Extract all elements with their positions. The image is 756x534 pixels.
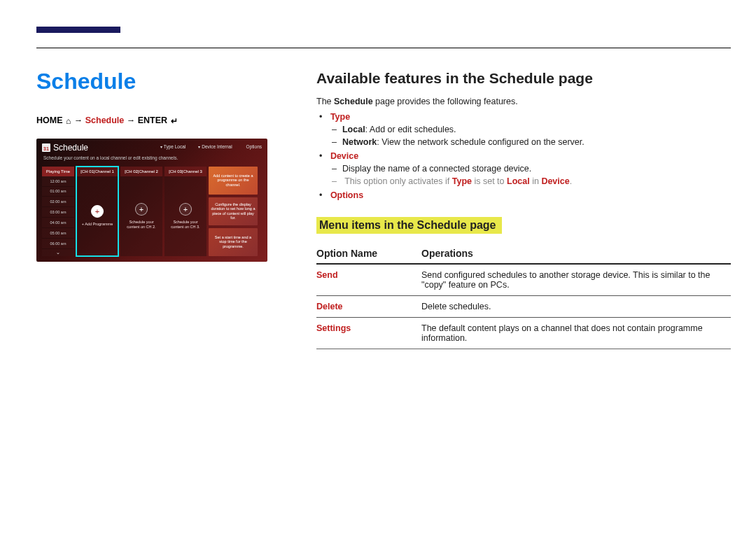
shot-title: Schedule: [53, 143, 88, 153]
time-row: 01:00 am: [42, 187, 74, 197]
channel-header: [CH 01]Channel 1: [76, 167, 118, 176]
features-heading: Available features in the Schedule page: [316, 70, 731, 87]
channel-column-1: [CH 01]Channel 1 + + Add Programme: [76, 167, 118, 256]
channel-body: + + Add Programme: [76, 176, 118, 256]
info-column: Add content to create a programme on the…: [209, 167, 258, 256]
breadcrumb: HOME ⌂ → Schedule → ENTER ↵: [36, 115, 267, 126]
type-network: Network: View the network schedule confi…: [342, 137, 731, 147]
chevron-down-icon: ⌄: [42, 249, 74, 256]
time-row: 06:00 am: [42, 239, 74, 249]
table-row: Settings The default content plays on a …: [316, 318, 731, 349]
shot-menu-options: Options: [245, 144, 262, 149]
time-row: 04:00 am: [42, 218, 74, 228]
device-note: This option only activates if Type is se…: [342, 176, 731, 186]
features-intro: The Schedule page provides the following…: [316, 97, 731, 106]
sub-val: : Add or edit schedules.: [365, 125, 456, 134]
intro-text: page provides the following features.: [373, 97, 518, 106]
shot-grid: Playing Time 12:00 am 01:00 am 02:00 am …: [42, 167, 262, 256]
option-name: Settings: [316, 318, 421, 349]
option-name: Send: [316, 264, 421, 296]
feature-label: Type: [330, 112, 350, 122]
breadcrumb-arrow-2: →: [127, 115, 136, 125]
note-text: in: [530, 176, 542, 186]
feature-label: Options: [330, 190, 363, 200]
option-name: Delete: [316, 296, 421, 318]
channel-caption: Schedule your content on CH 3.: [167, 220, 204, 229]
col-operations: Operations: [421, 244, 731, 264]
right-column: Available features in the Schedule page …: [316, 70, 731, 349]
time-row: 05:00 am: [42, 228, 74, 239]
shot-subtitle: Schedule your content on a local channel…: [43, 155, 178, 160]
feature-type: Type Local: Add or edit schedules. Netwo…: [329, 112, 731, 147]
features-list: Type Local: Add or edit schedules. Netwo…: [316, 112, 731, 200]
breadcrumb-arrow-1: →: [74, 115, 83, 125]
type-sublist: Local: Add or edit schedules. Network: V…: [329, 125, 731, 147]
header-accent-bar: [36, 27, 120, 33]
channel-header: [CH 03]Channel 3: [164, 167, 206, 176]
menu-heading: Menu items in the Schedule page: [316, 217, 502, 234]
feature-device: Device Display the name of a connected s…: [329, 151, 731, 186]
table-header-row: Option Name Operations: [316, 244, 731, 264]
enter-icon: ↵: [171, 116, 178, 126]
info-card: Add content to create a programme on the…: [209, 167, 258, 195]
channel-caption: Schedule your content on CH 2.: [123, 220, 160, 229]
page-title: Schedule: [36, 69, 267, 94]
left-column: Schedule HOME ⌂ → Schedule → ENTER ↵ 31 …: [36, 69, 267, 262]
note-text: is set to: [472, 176, 507, 186]
time-row: 12:00 am: [42, 176, 74, 187]
note-key: Local: [507, 176, 530, 186]
feature-options: Options: [329, 190, 731, 200]
col-option-name: Option Name: [316, 244, 421, 264]
time-row: 02:00 am: [42, 197, 74, 207]
breadcrumb-home: HOME: [36, 115, 63, 125]
plus-icon: +: [135, 203, 148, 216]
table-row: Delete Delete schedules.: [316, 296, 731, 318]
shot-top-menu: Type Local Device Internal Options: [160, 144, 262, 149]
type-local: Local: Add or edit schedules.: [342, 125, 731, 134]
intro-text: The: [316, 97, 334, 106]
header-rule: [36, 48, 731, 48]
calendar-icon: 31: [42, 143, 50, 152]
feature-label: Device: [330, 151, 358, 161]
device-sublist: Display the name of a connected storage …: [329, 164, 731, 186]
info-card: Configure the display duration to set ho…: [209, 197, 258, 225]
channel-header: [CH 02]Channel 2: [120, 167, 162, 176]
sub-key: Network: [342, 137, 377, 147]
plus-icon: +: [91, 205, 104, 218]
breadcrumb-schedule: Schedule: [85, 115, 125, 125]
option-desc: Delete schedules.: [421, 296, 731, 318]
note-key: Type: [452, 176, 472, 186]
note-key: Device: [541, 176, 569, 186]
channel-body: + Schedule your content on CH 2.: [120, 176, 162, 256]
channel-column-3: [CH 03]Channel 3 + Schedule your content…: [164, 167, 206, 256]
device-line: Display the name of a connected storage …: [342, 164, 731, 174]
options-table: Option Name Operations Send Send configu…: [316, 244, 731, 349]
channel-caption: + Add Programme: [82, 222, 113, 227]
times-column: Playing Time 12:00 am 01:00 am 02:00 am …: [42, 167, 74, 256]
info-card: Set a start time and a stop time for the…: [209, 228, 258, 256]
table-row: Send Send configured schedules to anothe…: [316, 264, 731, 296]
intro-bold: Schedule: [334, 97, 373, 106]
times-header: Playing Time: [42, 167, 74, 176]
home-icon: ⌂: [66, 116, 71, 126]
shot-menu-device: Device Internal: [198, 144, 232, 149]
time-row: 03:00 am: [42, 207, 74, 218]
note-text: This option only activates if: [344, 176, 452, 186]
note-text: .: [570, 176, 572, 186]
shot-menu-type: Type Local: [160, 144, 186, 149]
plus-icon: +: [179, 203, 192, 216]
option-desc: Send configured schedules to another sto…: [421, 264, 731, 296]
shot-header: 31 Schedule: [42, 143, 88, 153]
channel-body: + Schedule your content on CH 3.: [164, 176, 206, 256]
schedule-screenshot: 31 Schedule Type Local Device Internal O…: [36, 139, 267, 262]
breadcrumb-enter: ENTER: [138, 115, 167, 125]
sub-val: : View the network schedule configured o…: [377, 137, 584, 147]
sub-key: Local: [342, 125, 365, 134]
channel-column-2: [CH 02]Channel 2 + Schedule your content…: [120, 167, 162, 256]
option-desc: The default content plays on a channel t…: [421, 318, 731, 349]
